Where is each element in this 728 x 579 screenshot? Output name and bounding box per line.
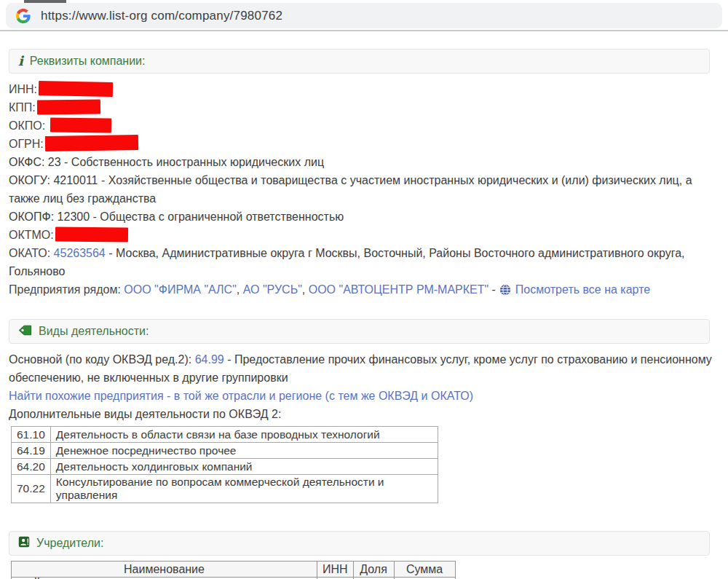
okato-text: - Москва, Административные округа г Моск… [9, 247, 688, 277]
ogrn-redaction-box [45, 135, 138, 151]
founders-table: Наименование ИНН Доля Сумма САЙМЕКС ИНК … [11, 561, 456, 579]
oktmo-redaction-box [55, 227, 128, 243]
kpp-line: КПП: [9, 98, 719, 117]
ogrn-label: ОГРН: [9, 138, 44, 150]
column-header-share: Доля [353, 562, 394, 578]
separator: , [302, 283, 309, 296]
okpo-line: ОКПО: [9, 117, 719, 135]
okved-code: 61.10 [12, 427, 51, 443]
nearby-company-link[interactable]: АО "РУСЬ" [243, 283, 302, 296]
okato-line: ОКАТО: 45263564 - Москва, Административн… [9, 244, 719, 280]
main-okved-line: Основной (по коду ОКВЭД ред.2): 64.99 - … [9, 350, 719, 387]
okogu-line: ОКОГУ: 4210011 - Хозяйственные общества … [9, 171, 719, 208]
separator: - [488, 283, 499, 296]
column-header-sum: Сумма [394, 562, 455, 578]
inn-line: ИНН: [9, 80, 719, 98]
address-bar[interactable]: https://www.list-org com/company/7980762 [6, 3, 722, 28]
tab-edge-decoration [24, 0, 66, 3]
okved-row: 64.20 Деятельность холдинговых компаний [12, 459, 438, 475]
view-on-map-link[interactable]: Посмотреть все на карте [515, 283, 650, 296]
page-content: i Реквизиты компании: ИНН: КПП: ОКПО: ОГ… [0, 49, 728, 579]
okved-row: 61.10 Деятельность в области связи на ба… [12, 427, 438, 443]
section-header-founders: Учредители: [9, 531, 710, 556]
column-header-name: Наименование [12, 562, 317, 578]
nearby-company-link[interactable]: ООО "АВТОЦЕНТР РМ-МАРКЕТ" [309, 283, 488, 296]
okved-row: 70.22 Консультирование по вопросам комме… [12, 475, 438, 503]
main-okved-prefix: Основной (по коду ОКВЭД ред.2): [9, 353, 195, 366]
oktmo-line: ОКТМО: [9, 226, 719, 244]
nearby-line: Предприятия рядом: ООО "ФИРМА "АЛС", АО … [9, 280, 719, 301]
section-title: Виды деятельности: [39, 325, 149, 338]
okved-code: 70.22 [12, 475, 51, 503]
section-title: Учредители: [36, 537, 103, 550]
requisites-block: ИНН: КПП: ОКПО: ОГРН: ОКФС: 23 - Собстве… [9, 80, 719, 301]
okved-row: 64.19 Денежное посредничество прочее [12, 443, 438, 459]
column-header-inn: ИНН [317, 562, 354, 578]
oktmo-label: ОКТМО: [9, 229, 54, 241]
inn-redaction-box [39, 81, 113, 97]
founders-header-row: Наименование ИНН Доля Сумма [12, 562, 456, 578]
person-card-icon [18, 536, 30, 551]
kpp-label: КПП: [9, 101, 36, 114]
okopf-line: ОКОПФ: 12300 - Общества с ограниченной о… [9, 208, 719, 226]
okpo-redaction-box [50, 117, 111, 133]
ogrn-line: ОГРН: [9, 135, 719, 153]
okato-label: ОКАТО: [9, 247, 54, 259]
main-okved-code-link[interactable]: 64.99 [195, 353, 224, 366]
info-icon: i [18, 55, 23, 68]
okfs-line: ОКФС: 23 - Собственность иностранных юри… [9, 153, 719, 171]
okpo-label: ОКПО: [9, 119, 49, 132]
okved-name: Консультирование по вопросам коммерческо… [50, 475, 438, 503]
nearby-label: Предприятия рядом: [9, 283, 124, 296]
okved-code: 64.20 [12, 459, 51, 475]
tag-icon [18, 325, 32, 339]
url-text: https://www.list-org com/company/7980762 [41, 9, 282, 23]
additional-okved-label: Дополнительные виды деятельности по ОКВЭ… [9, 405, 719, 423]
inn-label: ИНН: [9, 83, 37, 95]
kpp-redaction-box [37, 100, 100, 115]
okved-name: Денежное посредничество прочее [50, 443, 438, 459]
separator: , [237, 283, 243, 296]
okato-code-link[interactable]: 45263564 [54, 247, 106, 259]
section-header-requisites: i Реквизиты компании: [9, 49, 710, 74]
globe-icon [499, 283, 511, 301]
okved-table: 61.10 Деятельность в области связи на ба… [11, 426, 438, 503]
nearby-company-link[interactable]: ООО "ФИРМА "АЛС" [124, 283, 237, 296]
okved-name: Деятельность холдинговых компаний [50, 459, 438, 475]
section-title: Реквизиты компании: [30, 55, 146, 68]
browser-toolbar: https://www.list-org com/company/7980762 [0, 0, 728, 31]
activities-block: Основной (по коду ОКВЭД ред.2): 64.99 - … [9, 350, 719, 503]
similar-companies-link-line: Найти похожие предприятия - в той же отр… [9, 387, 719, 405]
okved-code: 64.19 [12, 443, 51, 459]
okved-name: Деятельность в области связи на базе про… [50, 427, 438, 443]
section-header-activities: Виды деятельности: [9, 319, 710, 344]
similar-companies-link[interactable]: Найти похожие предприятия - в той же отр… [9, 390, 473, 402]
google-favicon-icon [16, 9, 31, 23]
